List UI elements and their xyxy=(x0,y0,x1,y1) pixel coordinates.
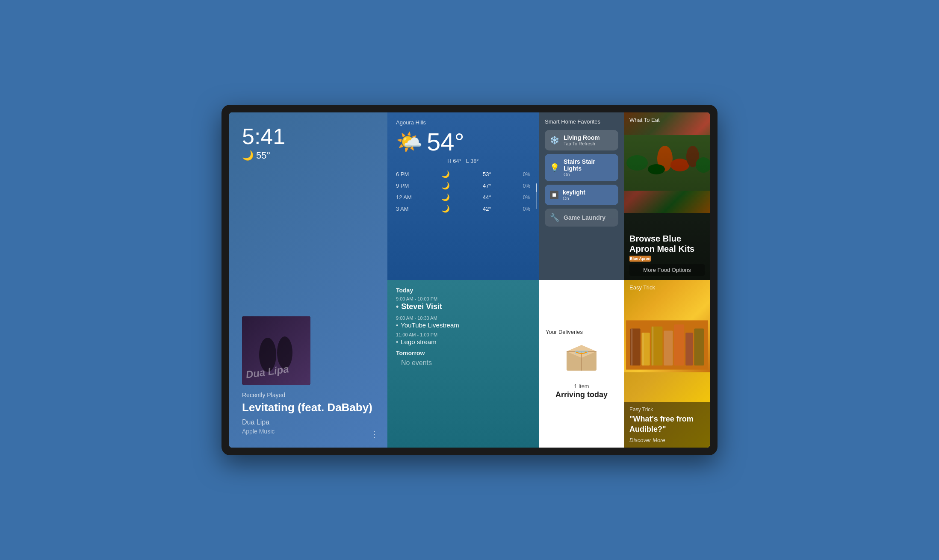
clock-weather: 🌙 55° xyxy=(242,150,285,161)
no-events-label: No events xyxy=(396,359,530,367)
deliveries-count: 1 item xyxy=(574,383,589,389)
forecast-row: 6 PM 🌙 53° 0% xyxy=(396,169,530,179)
audible-quote: "What's free from Audible?" xyxy=(629,414,705,434)
today-label: Today xyxy=(396,287,530,294)
calendar-panel: Today 9:00 AM - 10:00 PM Stevei Visit 9:… xyxy=(387,280,539,448)
light-bulb-icon: 💡 xyxy=(550,163,559,172)
food-title: Browse Blue Apron Meal Kits xyxy=(629,233,705,254)
weather-temperature: 54° xyxy=(427,127,464,156)
weather-forecast: 6 PM 🌙 53° 0% 9 PM 🌙 47° 0% 12 AM 🌙 44° … xyxy=(396,169,530,214)
forecast-row: 3 AM 🌙 42° 0% xyxy=(396,204,530,214)
forecast-moon-icon-3: 🌙 xyxy=(441,193,450,201)
smart-home-title: Smart Home Favorites xyxy=(545,118,618,125)
more-options-button[interactable]: ⋮ xyxy=(370,429,379,439)
easy-trick-label: Easy Trick xyxy=(629,284,655,291)
recently-played-label: Recently Played xyxy=(242,392,375,398)
weather-icon-temp: 🌤️ 54° xyxy=(396,127,530,156)
svg-rect-28 xyxy=(642,333,644,365)
smart-device-living-room[interactable]: ❄️ Living Room Tap To Refresh xyxy=(545,130,618,150)
audible-content: Easy Trick "What's free from Audible?" D… xyxy=(624,402,710,448)
smart-device-keylight-info: keylight On xyxy=(563,189,613,201)
calendar-event-stevei[interactable]: 9:00 AM - 10:00 PM Stevei Visit xyxy=(396,296,530,311)
food-what-label: What To Eat xyxy=(629,117,660,123)
forecast-moon-icon-4: 🌙 xyxy=(441,205,450,213)
event-title-lego: Lego stream xyxy=(396,338,530,345)
forecast-row: 9 PM 🌙 47° 0% xyxy=(396,181,530,191)
song-title: Levitating (feat. DaBaby) xyxy=(242,401,375,414)
album-art: Dua Lipa xyxy=(242,316,310,385)
smart-device-living-room-info: Living Room Tap To Refresh xyxy=(564,134,613,146)
music-panel: 5:41 🌙 55° xyxy=(229,112,387,448)
calendar-event-youtube[interactable]: 9:00 AM - 10:30 AM YouTube Livestream xyxy=(396,315,530,329)
svg-rect-26 xyxy=(694,328,704,365)
event-title-youtube: YouTube Livestream xyxy=(396,321,530,329)
audible-panel[interactable]: Easy Trick "What's free from Audible?" D… xyxy=(624,280,710,448)
food-content: What To Eat Browse Blue Apron Meal Kits … xyxy=(624,112,710,280)
laundry-icon: 🔧 xyxy=(550,213,559,222)
album-art-image: Dua Lipa xyxy=(242,316,310,385)
forecast-row: 12 AM 🌙 44° 0% xyxy=(396,192,530,202)
weather-hi-lo: H 64° L 38° xyxy=(396,158,530,164)
music-service: Apple Music xyxy=(242,428,375,435)
blue-apron-logo: Blue Apron xyxy=(629,256,651,262)
event-time-stevei: 9:00 AM - 10:00 PM xyxy=(396,296,530,301)
package-icon xyxy=(562,339,601,380)
clock-section: 5:41 🌙 55° xyxy=(242,125,285,161)
smart-device-keylight[interactable]: ■ keylight On xyxy=(545,185,618,205)
smart-home-panel: Smart Home Favorites ❄️ Living Room Tap … xyxy=(539,112,624,280)
device-frame: 5:41 🌙 55° xyxy=(221,105,718,455)
clock-temperature: 55° xyxy=(256,150,270,161)
weather-cloud-icon: 🌤️ xyxy=(396,130,422,154)
audible-discover-button[interactable]: Discover More xyxy=(629,437,705,443)
food-brand: Blue Apron xyxy=(629,256,705,262)
deliveries-title: Your Deliveries xyxy=(546,329,583,335)
artist-name: Dua Lipa xyxy=(242,419,375,426)
thermostat-icon: ❄️ xyxy=(550,136,559,145)
forecast-moon-icon-1: 🌙 xyxy=(441,170,450,178)
tomorrow-section: Tomorrow No events xyxy=(396,350,530,367)
event-time-youtube: 9:00 AM - 10:30 AM xyxy=(396,315,530,321)
svg-rect-27 xyxy=(631,328,633,365)
svg-rect-25 xyxy=(685,333,693,365)
smart-device-game-laundry-info: Game Laundry xyxy=(564,214,613,221)
scroll-indicator xyxy=(536,183,537,209)
screen: 5:41 🌙 55° xyxy=(229,112,710,448)
svg-rect-29 xyxy=(652,326,653,365)
moon-icon: 🌙 xyxy=(242,150,254,161)
audible-books-image xyxy=(624,280,710,372)
event-time-lego: 11:00 AM - 1:00 PM xyxy=(396,332,530,337)
scroll-bar xyxy=(536,183,537,192)
clock-time: 5:41 xyxy=(242,125,285,147)
smart-device-game-laundry[interactable]: 🔧 Game Laundry xyxy=(545,209,618,227)
smart-device-stairs-info: Stairs Stair Lights On xyxy=(564,158,613,177)
event-title-stevei: Stevei Visit xyxy=(396,302,530,311)
food-more-button[interactable]: More Food Options xyxy=(629,264,705,276)
smart-device-stairs-lights[interactable]: 💡 Stairs Stair Lights On xyxy=(545,154,618,181)
weather-location: Agoura Hills xyxy=(396,119,530,126)
food-panel[interactable]: What To Eat Browse Blue Apron Meal Kits … xyxy=(624,112,710,280)
svg-rect-24 xyxy=(674,324,684,365)
deliveries-panel[interactable]: Your Deliveries 1 item A xyxy=(539,280,624,448)
weather-panel[interactable]: Agoura Hills 🌤️ 54° H 64° L 38° 6 PM 🌙 5… xyxy=(387,112,539,280)
tomorrow-label: Tomorrow xyxy=(396,350,530,357)
keylight-icon: ■ xyxy=(550,191,558,199)
svg-rect-23 xyxy=(664,330,673,365)
forecast-moon-icon-2: 🌙 xyxy=(441,182,450,190)
audible-label: Easy Trick xyxy=(629,407,705,413)
deliveries-status: Arriving today xyxy=(555,390,608,399)
calendar-event-lego[interactable]: 11:00 AM - 1:00 PM Lego stream xyxy=(396,332,530,345)
